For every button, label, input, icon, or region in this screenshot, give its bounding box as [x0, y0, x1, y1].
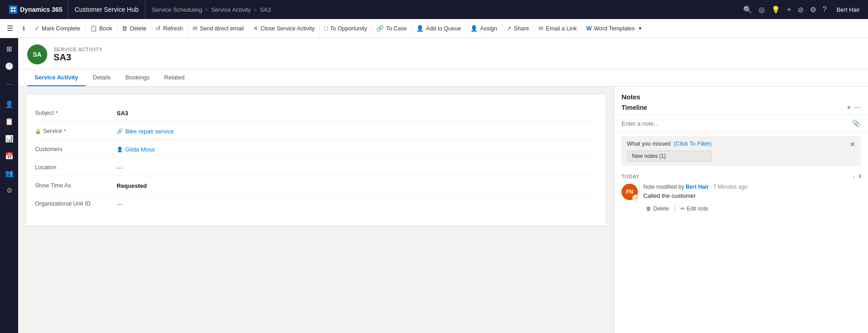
brand-label: Dynamics 365: [20, 6, 62, 13]
toolbar-info[interactable]: ℹ: [18, 19, 30, 38]
plus-icon[interactable]: +: [787, 5, 791, 14]
edit-note-icon: ✏: [681, 206, 685, 212]
delete-button[interactable]: 🗑 Delete: [117, 19, 151, 38]
share-button[interactable]: ↗ Share: [502, 19, 534, 38]
tab-details[interactable]: Details: [85, 69, 118, 86]
sidebar-item-groups[interactable]: 👥: [2, 166, 16, 181]
settings-icon[interactable]: ⚙: [810, 5, 816, 14]
note-input[interactable]: [621, 120, 848, 127]
book-icon: 📋: [90, 25, 97, 32]
svg-rect-1: [14, 7, 15, 9]
field-org-unit-value[interactable]: ---: [117, 199, 597, 207]
sidebar-item-settings[interactable]: ⚙: [2, 183, 16, 198]
word-templates-button[interactable]: W Word Templates ▼: [582, 19, 647, 38]
required-indicator: *: [56, 110, 58, 116]
delete-note-button[interactable]: 🗑 Delete: [643, 204, 672, 214]
sidebar-item-recent[interactable]: 🕐: [2, 59, 16, 73]
sidebar-item-contacts[interactable]: 👤: [2, 97, 16, 112]
refresh-button[interactable]: ↺ Refresh: [151, 19, 188, 38]
new-notes-badge[interactable]: New notes (1): [627, 151, 711, 162]
entity-name: SA3: [54, 52, 103, 63]
missed-close-button[interactable]: ✕: [850, 141, 855, 148]
to-case-button[interactable]: 🔗 To Case: [372, 19, 412, 38]
d365-cube-icon: [9, 5, 17, 14]
case-icon: 🔗: [376, 25, 384, 32]
check-circle-icon[interactable]: ◎: [759, 5, 765, 14]
word-icon: W: [586, 25, 592, 32]
search-icon[interactable]: 🔍: [743, 5, 752, 14]
sort-down-icon[interactable]: ↓: [853, 173, 855, 179]
sidebar-item-calendar[interactable]: 📅: [2, 149, 16, 163]
lock-icon: 🔒: [35, 128, 41, 134]
main-content: SA SERVICE ACTIVITY SA3 Service Activity…: [18, 38, 868, 333]
timeline-time-value: 7 Minutes ago: [713, 184, 747, 190]
field-org-unit: Organizational Unit ID ---: [35, 194, 597, 212]
toolbar: ☰ ℹ ✓ Mark Complete 📋 Book 🗑 Delete ↺ Re…: [0, 19, 868, 38]
attach-icon[interactable]: 📎: [852, 119, 861, 127]
send-email-button[interactable]: ✉ Send direct email: [188, 19, 249, 38]
help-icon[interactable]: ?: [823, 5, 827, 14]
breadcrumb-sep2: >: [254, 6, 257, 13]
top-nav: Dynamics 365 Customer Service Hub Servic…: [0, 0, 868, 19]
field-show-time-as: Show Time As Requested: [35, 176, 597, 194]
sidebar-item-pinned[interactable]: ···: [2, 76, 16, 91]
entity-header: SA SERVICE ACTIVITY SA3: [18, 38, 868, 69]
brand-logo[interactable]: Dynamics 365: [4, 0, 68, 19]
more-options-button[interactable]: ···: [855, 103, 861, 112]
notes-header: Notes Timeline + ···: [614, 87, 868, 115]
content-area: Subject * SA3 🔒 Service * 🔗: [18, 87, 868, 333]
info-circle-icon[interactable]: ℹ: [859, 173, 861, 179]
tab-related[interactable]: Related: [157, 69, 192, 86]
assign-button[interactable]: 👤 Assign: [466, 19, 502, 38]
timeline-meta: Note modified by Bert Hair · 7 Minutes a…: [643, 184, 861, 190]
click-to-filter[interactable]: (Click To Filter): [674, 141, 711, 147]
timeline-sort-icons: ↓ ℹ: [853, 173, 861, 179]
notes-panel: Notes Timeline + ··· 📎: [614, 87, 868, 333]
delete-note-icon: 🗑: [646, 206, 651, 212]
user-profile[interactable]: Bert Hair: [832, 6, 864, 13]
close-icon: ✕: [253, 25, 258, 32]
to-opportunity-button[interactable]: □ To Opportunity: [320, 19, 372, 38]
tab-bookings[interactable]: Bookings: [118, 69, 157, 86]
hamburger-menu[interactable]: ☰: [2, 19, 18, 38]
breadcrumb-sep1: >: [205, 6, 209, 13]
field-location-value[interactable]: ---: [117, 162, 597, 171]
app-name[interactable]: Customer Service Hub: [68, 0, 145, 19]
sidebar: ⊞ 🕐 ··· 👤 📋 📊 📅 👥 ⚙: [0, 38, 18, 333]
edit-note-button[interactable]: ✏ Edit note: [678, 204, 711, 214]
field-org-unit-label: Organizational Unit ID: [35, 199, 108, 207]
delete-icon: 🗑: [122, 25, 128, 32]
breadcrumb-part2[interactable]: Service Activity: [211, 6, 251, 13]
share-icon: ↗: [507, 25, 512, 32]
field-customers-value[interactable]: 👤 Gilda Moss: [117, 144, 597, 153]
sidebar-item-home[interactable]: ⊞: [2, 42, 16, 56]
timeline-actions: 🗑 Delete ✏ Edit note: [643, 204, 861, 214]
field-show-time-as-value[interactable]: Requested: [117, 181, 597, 189]
sidebar-item-reports[interactable]: 📋: [2, 114, 16, 129]
field-service-value[interactable]: 🔗 Bike repair service: [117, 126, 597, 135]
tab-service-activity[interactable]: Service Activity: [27, 69, 85, 86]
chevron-down-icon: ▼: [638, 26, 642, 31]
check-icon: ✓: [35, 25, 39, 32]
field-subject-value[interactable]: SA3: [117, 108, 597, 117]
breadcrumb-part1[interactable]: Service Scheduling: [152, 6, 202, 13]
sidebar-item-analytics[interactable]: 📊: [2, 132, 16, 146]
opportunity-icon: □: [324, 25, 328, 32]
close-activity-button[interactable]: ✕ Close Service Activity: [249, 19, 320, 38]
timeline-avatar: FN 📝: [621, 184, 638, 200]
breadcrumb-part3: SA3: [260, 6, 271, 13]
required-indicator-2: *: [64, 128, 66, 134]
avatar-initials: FN: [626, 189, 633, 195]
form-section: Subject * SA3 🔒 Service * 🔗: [18, 87, 614, 333]
lightbulb-icon[interactable]: 💡: [771, 5, 780, 14]
today-label: TODAY ↓ ℹ: [621, 173, 861, 179]
svg-rect-2: [11, 10, 13, 12]
entity-icon-letter: SA: [33, 51, 41, 58]
entity-info: SERVICE ACTIVITY SA3: [54, 47, 103, 63]
filter-icon[interactable]: ⊘: [798, 5, 804, 14]
add-to-queue-button[interactable]: 👤 Add to Queue: [412, 19, 466, 38]
mark-complete-button[interactable]: ✓ Mark Complete: [30, 19, 85, 38]
add-note-button[interactable]: +: [847, 103, 851, 112]
book-button[interactable]: 📋 Book: [85, 19, 118, 38]
email-link-button[interactable]: ✉ Email a Link: [534, 19, 582, 38]
